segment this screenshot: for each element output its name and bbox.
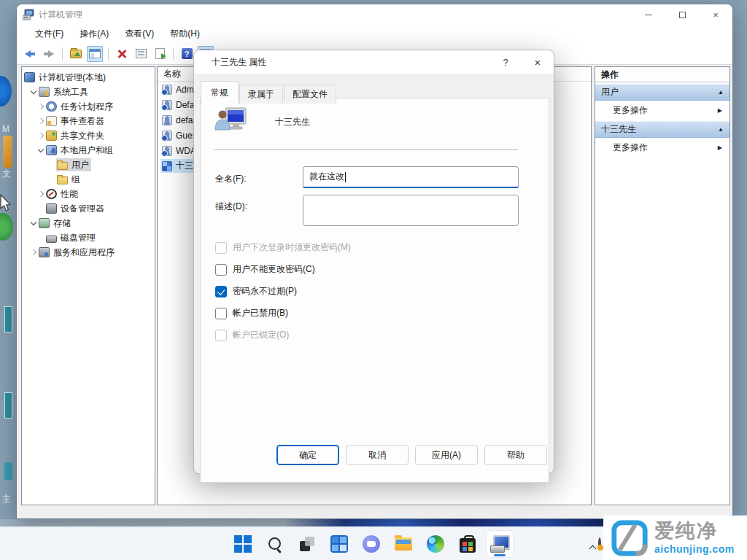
checkbox-password-never-expires[interactable]: 密码永不过期(P): [215, 285, 297, 298]
dialog-help-button[interactable]: ?: [489, 50, 522, 74]
dialog-button-row: 确定 取消 应用(A) 帮助: [194, 445, 547, 465]
forward-icon: [48, 50, 54, 58]
actions-group-users[interactable]: 用户 ▲: [595, 84, 729, 101]
more-actions-users[interactable]: 更多操作 ▶: [595, 101, 729, 120]
user-icon: [162, 115, 172, 125]
menu-help[interactable]: 帮助(H): [163, 26, 206, 42]
widgets-button[interactable]: [326, 531, 352, 557]
description-input[interactable]: [303, 195, 519, 226]
widgets-icon: [330, 535, 348, 553]
chevron-expanded-icon[interactable]: [28, 222, 39, 225]
tab-general[interactable]: 常规: [201, 81, 239, 104]
start-button[interactable]: [230, 531, 256, 557]
full-name-input[interactable]: 就在这改: [303, 166, 519, 188]
tree-item-local-users-groups[interactable]: 本地用户和组: [22, 143, 155, 158]
delete-button[interactable]: [114, 46, 130, 62]
tray-icon-button[interactable]: [598, 539, 601, 549]
tree-item-users[interactable]: 用户: [22, 158, 155, 172]
tab-profile[interactable]: 配置文件: [284, 85, 336, 104]
checkbox-account-locked: 帐户已锁定(O): [215, 329, 289, 341]
close-icon: ×: [535, 56, 541, 69]
help-button[interactable]: 帮助: [484, 445, 547, 465]
checkbox[interactable]: [215, 264, 227, 276]
checkbox[interactable]: [215, 286, 227, 298]
toolbar-separator: [62, 47, 63, 61]
properties-icon: [136, 49, 147, 58]
menu-view[interactable]: 查看(V): [118, 26, 160, 42]
export-list-button[interactable]: [152, 46, 168, 62]
checkbox[interactable]: [215, 308, 227, 319]
computer-management-taskbar-button[interactable]: [487, 531, 513, 557]
menu-action[interactable]: 操作(A): [73, 26, 115, 42]
actions-pane-title: 操作: [595, 67, 729, 82]
chat-button[interactable]: [358, 531, 384, 557]
checkbox-cannot-change-password[interactable]: 用户不能更改密码(C): [215, 263, 315, 276]
window-title: 计算机管理: [39, 9, 82, 21]
help-button[interactable]: [179, 46, 195, 62]
dialog-user-name: 十三先生: [275, 116, 310, 128]
search-button[interactable]: [262, 531, 288, 557]
checkbox-must-change-password: 用户下次登录时须更改密码(M): [215, 241, 351, 254]
maximize-button[interactable]: [665, 4, 699, 25]
menu-file[interactable]: 文件(F): [28, 26, 70, 42]
chevron-expanded-icon[interactable]: [28, 90, 39, 93]
task-view-button[interactable]: [294, 531, 320, 557]
search-icon: [268, 537, 282, 551]
tree-item-performance[interactable]: 性能: [22, 187, 155, 201]
collapse-arrow-icon[interactable]: ▲: [718, 89, 724, 96]
tree-item-device-manager[interactable]: 设备管理器: [22, 201, 155, 216]
actions-group-shisan[interactable]: 十三先生 ▲: [595, 121, 729, 138]
dialog-title: 十三先生 属性: [212, 56, 266, 69]
store-button[interactable]: [454, 531, 481, 557]
ok-button[interactable]: 确定: [276, 445, 339, 465]
dialog-close-button[interactable]: ×: [522, 50, 554, 74]
help-icon: [182, 48, 193, 59]
chevron-collapsed-icon[interactable]: [36, 104, 46, 109]
app-icon: [23, 9, 34, 20]
tree-item-services-applications[interactable]: 服务和应用程序: [22, 245, 155, 260]
tree-item-shared-folders[interactable]: 共享文件夹: [22, 128, 155, 143]
tree-item-disk-management[interactable]: 磁盘管理: [22, 230, 155, 245]
show-console-tree-button[interactable]: [87, 46, 103, 62]
tree-label: 性能: [61, 188, 78, 201]
tree-item-system-tools[interactable]: 系统工具: [22, 85, 155, 99]
chevron-collapsed-icon[interactable]: [28, 250, 39, 254]
more-actions-shisan[interactable]: 更多操作 ▶: [595, 138, 729, 157]
collapse-arrow-icon[interactable]: ▲: [718, 126, 724, 133]
dialog-titlebar[interactable]: 十三先生 属性 ? ×: [194, 50, 554, 74]
tree-label: 系统工具: [53, 86, 88, 98]
tree-item-task-scheduler[interactable]: 任务计划程序: [22, 99, 155, 114]
window-titlebar[interactable]: 计算机管理 ×: [17, 4, 732, 25]
file-explorer-button[interactable]: [390, 531, 417, 557]
maximize-icon: [679, 12, 686, 18]
apply-button[interactable]: 应用(A): [415, 445, 478, 465]
cancel-button[interactable]: 取消: [346, 445, 409, 465]
tree-item-groups[interactable]: 组: [22, 172, 155, 187]
event-viewer-icon: [46, 116, 57, 126]
close-button[interactable]: ×: [699, 4, 732, 25]
users-icon: [46, 145, 57, 155]
chevron-expanded-icon[interactable]: [36, 149, 46, 152]
chevron-collapsed-icon[interactable]: [36, 192, 46, 196]
forward-button[interactable]: [41, 46, 57, 62]
desktop-icon-label: 主: [2, 493, 11, 505]
checkbox-label: 用户下次登录时须更改密码(M): [233, 241, 351, 254]
tree-item-event-viewer[interactable]: 事件查看器: [22, 114, 155, 128]
tree-item-storage[interactable]: 存储: [22, 216, 155, 230]
back-button[interactable]: [22, 46, 38, 62]
storage-icon: [39, 218, 50, 228]
submenu-arrow-icon: ▶: [718, 107, 722, 114]
desktop-icon-fragment: [0, 213, 13, 241]
tree-item-computer-management[interactable]: 计算机管理(本地): [22, 70, 155, 85]
up-level-button[interactable]: [68, 46, 84, 62]
chevron-collapsed-icon[interactable]: [36, 133, 46, 138]
checkbox-account-disabled[interactable]: 帐户已禁用(B): [215, 307, 288, 319]
tab-member-of[interactable]: 隶属于: [239, 85, 283, 104]
edge-button[interactable]: [422, 531, 449, 557]
chevron-collapsed-icon[interactable]: [36, 119, 46, 123]
tree-label: 任务计划程序: [61, 101, 113, 113]
properties-button[interactable]: [133, 46, 149, 62]
minimize-button[interactable]: [632, 4, 665, 25]
checkbox: [215, 330, 227, 341]
desktop-icon-fragment: [4, 392, 12, 419]
